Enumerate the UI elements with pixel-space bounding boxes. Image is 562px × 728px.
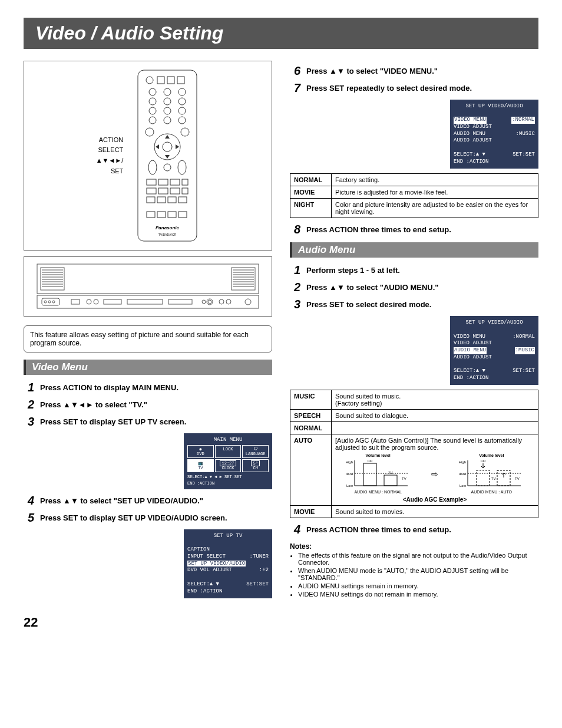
opt-auto-v: [Audio AGC (Auto Gain Control)] The soun… (332, 434, 538, 506)
label-arrows: ▲▼◄►/ (96, 156, 124, 166)
mm-tv: 📺TV (187, 459, 214, 472)
step-num: 6 (290, 64, 300, 78)
audio-menu-heading: Audio Menu (290, 242, 538, 258)
opt-normal-k: NORMAL (290, 422, 332, 434)
opt-movie-v: Picture is adjusted for a movie-like fee… (332, 186, 538, 199)
svg-text:Low: Low (346, 484, 353, 487)
remote-label-callouts: ACTION SELECT ▲▼◄►/ SET (96, 135, 124, 176)
label-action: ACTION (96, 135, 124, 146)
step-num: 3 (290, 298, 300, 311)
opt-normal-v (332, 422, 538, 434)
svg-text:Standard: Standard (459, 472, 466, 476)
step-num: 7 (290, 81, 300, 95)
svg-text:Standard: Standard (346, 472, 353, 476)
svg-text:CD: CD (481, 459, 486, 463)
opt-music-k: MUSIC (290, 390, 332, 410)
osd-va-audio: SET UP VIDEO/AUDIO VIDEO MENU:NORMAL VID… (450, 316, 538, 385)
video-menu-heading: Video Menu (24, 360, 272, 375)
opt-auto-k: AUTO (290, 434, 332, 506)
svg-rect-81 (363, 463, 376, 486)
svg-text:High: High (346, 460, 353, 464)
opt-night-v: Color and picture intensity are adjusted… (332, 199, 538, 218)
label-select: SELECT (96, 145, 124, 156)
mm-dvd: ◉DVD (187, 445, 214, 458)
intro-text: This feature allows easy setting of pict… (24, 325, 272, 353)
opt-speech-v: Sound suited to dialogue. (332, 410, 538, 422)
svg-text:TV: TV (388, 471, 393, 475)
step-num: 4 (290, 523, 300, 536)
video-step-7: Press SET repeatedly to select desired m… (306, 81, 472, 93)
step-num: 8 (290, 223, 300, 236)
mm-clock: 12:27CLOCK (215, 459, 242, 472)
step-num: 5 (24, 511, 34, 525)
device-illustration (24, 256, 272, 317)
video-step-2: Press ▲▼◄► to select "TV." (40, 398, 147, 409)
page-title: Video / Audio Setting (35, 22, 527, 44)
video-step-1: Press ACTION to display MAIN MENU. (40, 381, 178, 392)
agc-example-title: <Audio AGC Example> (335, 496, 534, 503)
svg-text:TV: TV (491, 477, 496, 480)
note-1: The effects of this feature on the signa… (298, 552, 538, 566)
mm-ch: 5³CH (242, 459, 269, 472)
svg-rect-92 (477, 470, 490, 486)
osd-title: SET UP TV (187, 533, 269, 540)
note-2: When AUDIO MENU mode is "AUTO," the AUDI… (298, 567, 538, 581)
remote-svg: Panasonic TV/DVD/VCR (135, 67, 200, 244)
video-step-5: Press SET to display SET UP VIDEO/AUDIO … (40, 511, 227, 522)
mm-foot2: END :ACTION (187, 481, 269, 486)
audio-step-1: Perform steps 1 - 5 at left. (306, 263, 400, 275)
audio-step-3: Press SET to select desired mode. (306, 298, 431, 309)
osd-title: MAIN MENU (187, 437, 269, 443)
notes-list: The effects of this feature on the signa… (290, 552, 538, 598)
video-step-4: Press ▲▼ to select "SET UP VIDEO/AUDIO." (40, 494, 203, 505)
osd-setup-tv: SET UP TV CAPTION INPUT SELECT:TUNER SET… (184, 529, 272, 598)
osd-va-video: SET UP VIDEO/AUDIO VIDEO MENU:NORMAL VID… (450, 100, 538, 169)
remote-illustration: ACTION SELECT ▲▼◄►/ SET (24, 61, 272, 251)
svg-rect-42 (37, 264, 259, 294)
opt-normal-v: Factory setting. (332, 174, 538, 186)
audio-step-4: Press ACTION three times to end setup. (306, 523, 451, 534)
mm-lock: LOCK (215, 445, 242, 458)
step-num: 3 (24, 415, 34, 429)
step-num: 1 (24, 381, 34, 394)
svg-rect-61 (37, 295, 259, 308)
svg-text:Panasonic: Panasonic (156, 225, 180, 230)
agc-chart-normal: Volume level High Standard Low CD TV (346, 453, 411, 494)
audio-options-table: MUSICSound suited to music. (Factory set… (290, 390, 538, 518)
video-step-3: Press SET to display SET UP TV screen. (40, 415, 186, 426)
video-options-table: NORMALFactory setting. MOVIEPicture is a… (290, 173, 538, 218)
svg-text:TV/DVD/VCR: TV/DVD/VCR (158, 233, 177, 236)
page-number: 22 (24, 615, 538, 630)
opt-normal-k: NORMAL (290, 174, 332, 186)
agc-chart-auto: Volume level High Standard Low (459, 453, 524, 494)
opt-music-v: Sound suited to music. (Factory setting) (332, 390, 538, 410)
video-step-6: Press ▲▼ to select "VIDEO MENU." (306, 64, 438, 75)
svg-rect-82 (384, 475, 397, 486)
note-4: VIDEO MENU settings do not remain in mem… (298, 591, 538, 598)
step-num: 4 (24, 494, 34, 508)
osd-main-menu: MAIN MENU ◉DVD LOCK 🗨LANGUAGE 📺TV 12:27C… (184, 433, 272, 489)
step-num: 1 (290, 263, 300, 277)
svg-text:TV: TV (515, 477, 520, 480)
svg-text:CD: CD (367, 459, 372, 463)
opt-movie-k: MOVIE (290, 506, 332, 518)
svg-text:TV: TV (402, 477, 406, 480)
page-title-bar: Video / Audio Setting (24, 18, 538, 49)
notes-heading: Notes: (290, 542, 538, 551)
opt-night-k: NIGHT (290, 199, 332, 218)
opt-movie-v: Sound suited to movies. (332, 506, 538, 518)
svg-text:High: High (459, 460, 466, 464)
video-step-8: Press ACTION three times to end setup. (306, 223, 451, 234)
svg-text:Low: Low (459, 484, 467, 487)
audio-step-2: Press ▲▼ to select "AUDIO MENU." (306, 281, 438, 292)
step-num: 2 (24, 398, 34, 411)
opt-movie-k: MOVIE (290, 186, 332, 199)
arrow-icon: ⇨ (431, 469, 438, 479)
mm-foot1: SELECT:▲ ▼ ◄ ► SET:SET (187, 475, 269, 479)
opt-speech-k: SPEECH (290, 410, 332, 422)
label-set: SET (96, 166, 124, 177)
step-num: 2 (290, 281, 300, 294)
mm-lang: 🗨LANGUAGE (242, 445, 269, 458)
note-3: AUDIO MENU settings remain in memory. (298, 582, 538, 589)
